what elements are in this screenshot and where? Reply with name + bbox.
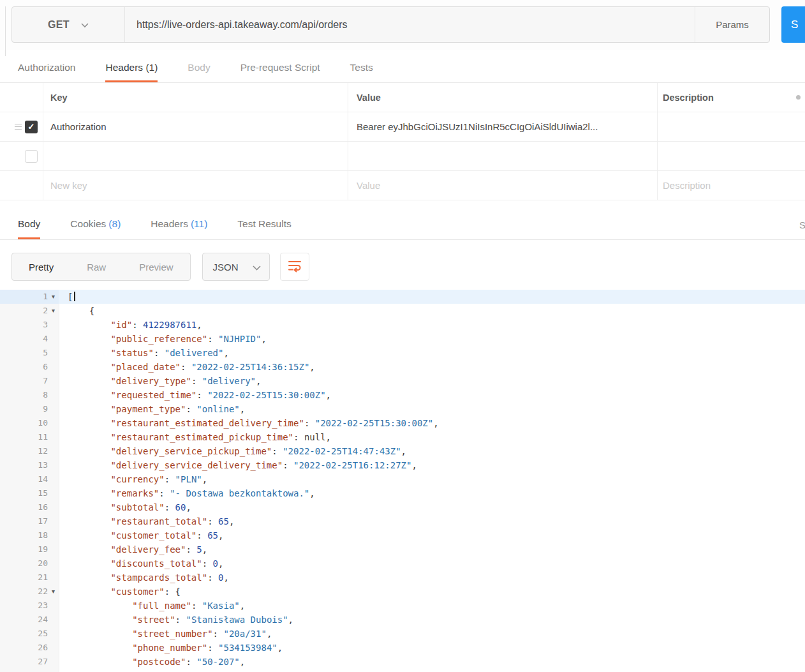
- code-line[interactable]: 25 "street_number": "20a/31",: [0, 627, 805, 641]
- new-description-input[interactable]: [663, 171, 801, 200]
- line-number: 6: [43, 360, 48, 374]
- line-number: 16: [38, 500, 48, 514]
- params-button[interactable]: Params: [695, 7, 769, 42]
- new-value-input[interactable]: [357, 171, 657, 200]
- tab-response-body[interactable]: Body: [18, 218, 40, 239]
- empty-value-cell[interactable]: [348, 142, 657, 170]
- code-line[interactable]: 22▾ "customer": {: [0, 585, 805, 599]
- line-number-gutter: 1▾: [0, 290, 59, 304]
- tab-headers[interactable]: Headers (1): [105, 62, 158, 82]
- code-line-content[interactable]: "id": 4122987611,: [59, 318, 202, 332]
- raw-button[interactable]: Raw: [70, 253, 122, 280]
- code-line-content[interactable]: "postcode": "50-207",: [59, 655, 245, 669]
- code-line[interactable]: 16 "subtotal": 60,: [0, 500, 805, 514]
- header-key-cell[interactable]: Authorization: [43, 112, 348, 141]
- code-line[interactable]: 2▾ {: [0, 304, 805, 318]
- code-line[interactable]: 15 "remarks": "- Dostawa bezkontaktowa."…: [0, 486, 805, 500]
- code-line-content[interactable]: "full_name": "Kasia",: [59, 599, 245, 613]
- code-line-content[interactable]: "customer_total": 65,: [59, 528, 223, 542]
- code-line-content[interactable]: "street_number": "20a/31",: [59, 627, 272, 641]
- code-line-content[interactable]: "delivery_service_pickup_time": "2022-02…: [59, 444, 406, 458]
- code-line-content[interactable]: [: [59, 290, 75, 304]
- column-header-key: Key: [43, 83, 348, 112]
- code-line[interactable]: 21 "stampcards_total": 0,: [0, 571, 805, 585]
- method-select[interactable]: GET: [12, 7, 125, 42]
- code-line-content[interactable]: "requested_time": "2022-02-25T15:30:00Z"…: [59, 388, 331, 402]
- send-button[interactable]: S: [781, 6, 805, 43]
- code-line[interactable]: 5 "status": "delivered",: [0, 346, 805, 360]
- code-line[interactable]: 13 "delivery_service_delivery_time": "20…: [0, 458, 805, 472]
- format-select[interactable]: JSON: [202, 253, 270, 281]
- code-line[interactable]: 3 "id": 4122987611,: [0, 318, 805, 332]
- code-line[interactable]: 8 "requested_time": "2022-02-25T15:30:00…: [0, 388, 805, 402]
- code-line[interactable]: 26 "phone_number": "534153984",: [0, 641, 805, 655]
- code-line-content[interactable]: "currency": "PLN",: [59, 472, 207, 486]
- tab-response-cookies[interactable]: Cookies(8): [70, 218, 121, 239]
- code-line[interactable]: 18 "customer_total": 65,: [0, 528, 805, 542]
- code-line-content[interactable]: "status": "delivered",: [59, 346, 229, 360]
- tab-tests[interactable]: Tests: [350, 62, 373, 82]
- code-line[interactable]: 12 "delivery_service_pickup_time": "2022…: [0, 444, 805, 458]
- code-line[interactable]: 1▾[: [0, 290, 805, 304]
- code-line[interactable]: 9 "payment_type": "online",: [0, 402, 805, 416]
- response-headers-label: Headers: [151, 218, 188, 229]
- tab-authorization[interactable]: Authorization: [18, 62, 75, 82]
- new-value-cell: [348, 171, 657, 200]
- code-line-content[interactable]: "remarks": "- Dostawa bezkontaktowa.",: [59, 486, 315, 500]
- response-body-editor[interactable]: 1▾[2▾ {3 "id": 4122987611,4 "public_refe…: [0, 290, 805, 672]
- row-checkbox-checked[interactable]: ✓: [25, 121, 38, 133]
- code-line[interactable]: 24 "street": "Stanisława Dubois",: [0, 613, 805, 627]
- new-key-input[interactable]: [50, 171, 348, 200]
- code-line-content[interactable]: "payment_type": "online",: [59, 402, 245, 416]
- code-line[interactable]: 20 "discounts_total": 0,: [0, 556, 805, 571]
- code-line-content[interactable]: "restaurant_total": 65,: [59, 514, 234, 528]
- code-line-content[interactable]: "discounts_total": 0,: [59, 556, 223, 571]
- fold-caret-icon[interactable]: ▾: [48, 585, 59, 599]
- tab-prerequest-script[interactable]: Pre-request Script: [240, 62, 320, 82]
- code-line-content[interactable]: "delivery_service_delivery_time": "2022-…: [59, 458, 417, 472]
- header-description-cell[interactable]: [657, 112, 805, 141]
- preview-button[interactable]: Preview: [122, 253, 189, 280]
- tab-test-results[interactable]: Test Results: [237, 218, 291, 239]
- fold-caret-icon[interactable]: ▾: [48, 304, 59, 318]
- tab-response-headers[interactable]: Headers(11): [151, 218, 207, 239]
- code-line-content[interactable]: {: [59, 304, 94, 318]
- code-line-content[interactable]: "phone_number": "534153984",: [59, 641, 283, 655]
- code-line[interactable]: 6 "placed_date": "2022-02-25T14:36:15Z",: [0, 360, 805, 374]
- code-line-content[interactable]: "restaurant_estimated_pickup_time": null…: [59, 430, 331, 444]
- code-line[interactable]: 14 "currency": "PLN",: [0, 472, 805, 486]
- code-line-content[interactable]: "placed_date": "2022-02-25T14:36:15Z",: [59, 360, 315, 374]
- empty-description-cell[interactable]: [657, 142, 805, 170]
- url-input[interactable]: https://live-orders-api.takeaway.com/api…: [125, 7, 695, 42]
- code-line-content[interactable]: "public_reference": "NJHPID",: [59, 332, 267, 346]
- code-line[interactable]: 17 "restaurant_total": 65,: [0, 514, 805, 528]
- tab-body[interactable]: Body: [188, 62, 210, 82]
- line-number: 12: [38, 444, 48, 458]
- pretty-button[interactable]: Pretty: [12, 253, 70, 280]
- code-line-content[interactable]: "street": "Stanisława Dubois",: [59, 613, 293, 627]
- line-number: 17: [38, 514, 48, 528]
- line-number-gutter: 2▾: [0, 304, 59, 318]
- word-wrap-icon: [288, 259, 302, 275]
- code-line[interactable]: 10 "restaurant_estimated_delivery_time":…: [0, 416, 805, 430]
- code-line[interactable]: 4 "public_reference": "NJHPID",: [0, 332, 805, 346]
- word-wrap-button[interactable]: [280, 253, 309, 281]
- drag-handle-icon[interactable]: [15, 124, 22, 130]
- header-value-cell[interactable]: Bearer eyJhbGciOiJSUzI1NiIsInR5cCIgOiAiS…: [348, 112, 657, 141]
- table-options-icon[interactable]: [796, 95, 801, 100]
- row-checkbox-empty[interactable]: [25, 150, 38, 163]
- code-line[interactable]: 23 "full_name": "Kasia",: [0, 599, 805, 613]
- fold-caret-icon[interactable]: ▾: [48, 290, 59, 304]
- code-line[interactable]: 27 "postcode": "50-207",: [0, 655, 805, 669]
- code-line-content[interactable]: "restaurant_estimated_delivery_time": "2…: [59, 416, 439, 430]
- code-line-content[interactable]: "delivery_fee": 5,: [59, 542, 207, 556]
- code-line-content[interactable]: "customer": {: [59, 585, 181, 599]
- code-line[interactable]: 19 "delivery_fee": 5,: [0, 542, 805, 556]
- empty-key-cell[interactable]: [43, 142, 348, 170]
- code-line-content[interactable]: "stampcards_total": 0,: [59, 571, 229, 585]
- code-line[interactable]: 11 "restaurant_estimated_pickup_time": n…: [0, 430, 805, 444]
- code-line-content[interactable]: "subtotal": 60,: [59, 500, 191, 514]
- code-line-content[interactable]: "delivery_type": "delivery",: [59, 374, 261, 388]
- line-number: 23: [38, 599, 48, 613]
- code-line[interactable]: 7 "delivery_type": "delivery",: [0, 374, 805, 388]
